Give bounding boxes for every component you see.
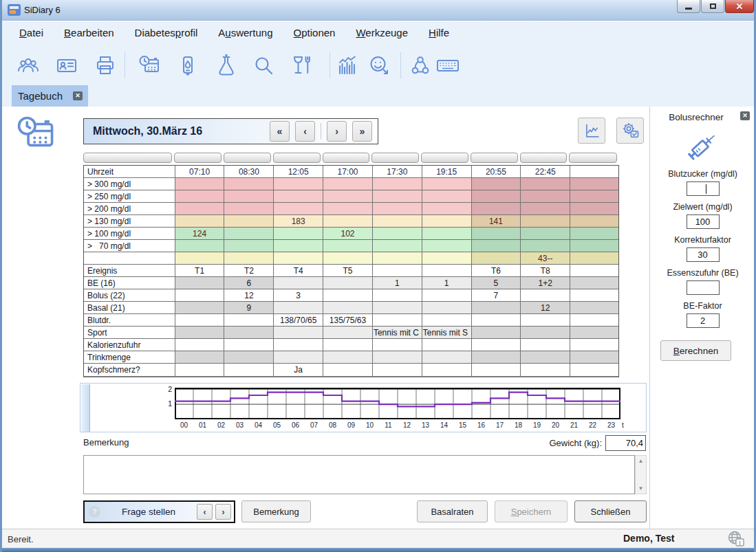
print-icon[interactable] bbox=[94, 54, 116, 76]
cell-70-mg-dl-6[interactable] bbox=[472, 240, 521, 252]
cell-kopfschmerz-6[interactable] bbox=[472, 364, 521, 376]
scroll-up-icon[interactable]: ▲ bbox=[636, 456, 646, 466]
cell-200-mg-dl-7[interactable] bbox=[521, 203, 570, 215]
menu-item-bearbeiten[interactable]: Bearbeiten bbox=[64, 27, 114, 38]
cell-blutdr-3[interactable]: 135/75/63 bbox=[323, 314, 373, 327]
cell-100-mg-dl-2[interactable] bbox=[274, 228, 323, 240]
cell-300-mg-dl-4[interactable] bbox=[373, 178, 422, 190]
cell-130-mg-dl-8[interactable] bbox=[570, 215, 618, 228]
cell-kalorienzufuhr-6[interactable] bbox=[472, 339, 521, 351]
cell-130-mg-dl-2[interactable]: 183 bbox=[274, 215, 323, 228]
cell-blutdr-4[interactable] bbox=[373, 314, 422, 327]
cell-bolus-22-2[interactable]: 3 bbox=[274, 289, 323, 302]
cell-be-16-8[interactable] bbox=[570, 277, 618, 289]
cell-basal-21-8[interactable] bbox=[570, 302, 618, 314]
cell-bolus-22-3[interactable] bbox=[323, 289, 373, 302]
minimize-button[interactable] bbox=[677, 0, 700, 13]
cell-250-mg-dl-1[interactable] bbox=[224, 190, 274, 203]
chart-splitter[interactable] bbox=[81, 384, 90, 432]
bolus-close-icon[interactable]: ✕ bbox=[740, 111, 750, 120]
berechnen-button[interactable]: Berechnen bbox=[660, 340, 731, 361]
cell-130-mg-dl-1[interactable] bbox=[224, 215, 274, 228]
prev-week-button[interactable]: « bbox=[270, 121, 290, 142]
gewicht-input[interactable]: 70,4 bbox=[605, 435, 646, 451]
cell-basal-21-5[interactable] bbox=[422, 302, 472, 314]
cell-300-mg-dl-7[interactable] bbox=[521, 178, 570, 190]
cell-70-mg-dl-1[interactable] bbox=[224, 240, 274, 252]
cell-be-16-3[interactable] bbox=[323, 277, 373, 289]
cell-sport-5[interactable]: Tennis mit S bbox=[422, 327, 472, 339]
cell-trinkmenge-8[interactable] bbox=[570, 351, 618, 364]
cell-250-mg-dl-7[interactable] bbox=[521, 190, 570, 203]
maximize-button[interactable] bbox=[701, 0, 724, 13]
cell-70-mg-dl-5[interactable] bbox=[422, 240, 472, 252]
cell-200-mg-dl-2[interactable] bbox=[274, 203, 323, 215]
cell-70-mg-dl-8[interactable] bbox=[570, 240, 618, 252]
cell-trinkmenge-6[interactable] bbox=[472, 351, 521, 364]
cell-ereignis-8[interactable] bbox=[570, 265, 618, 277]
meter-device-icon[interactable] bbox=[177, 54, 199, 76]
cell-blutdr-6[interactable] bbox=[472, 314, 521, 327]
cell-sport-3[interactable] bbox=[323, 327, 373, 339]
cell-row-2[interactable] bbox=[274, 252, 323, 265]
cell-200-mg-dl-6[interactable] bbox=[472, 203, 521, 215]
cell-250-mg-dl-0[interactable] bbox=[175, 190, 225, 203]
cell-trinkmenge-2[interactable] bbox=[274, 351, 323, 364]
frage-stellen-panel[interactable]: ? Frage stellen ‹ › bbox=[83, 500, 235, 523]
diary-icon[interactable] bbox=[138, 54, 160, 76]
cell-70-mg-dl-7[interactable] bbox=[521, 240, 570, 252]
cell-kopfschmerz-7[interactable] bbox=[521, 364, 570, 376]
tab-tagebuch[interactable]: Tagebuch ✕ bbox=[12, 85, 88, 107]
nutrition-icon[interactable] bbox=[291, 54, 313, 76]
cell-basal-21-7[interactable]: 12 bbox=[521, 302, 570, 314]
cell-basal-21-4[interactable] bbox=[373, 302, 422, 314]
cell-kalorienzufuhr-0[interactable] bbox=[175, 339, 225, 351]
column-header-button[interactable] bbox=[323, 153, 370, 163]
cell-kopfschmerz-1[interactable] bbox=[224, 364, 274, 376]
cell-row-8[interactable] bbox=[570, 252, 618, 265]
cell-bolus-22-4[interactable] bbox=[373, 289, 422, 302]
cell-kopfschmerz-5[interactable] bbox=[422, 364, 472, 376]
cell-300-mg-dl-1[interactable] bbox=[224, 178, 274, 190]
cell-300-mg-dl-6[interactable] bbox=[472, 178, 521, 190]
cell-100-mg-dl-5[interactable] bbox=[422, 228, 472, 240]
cell-kalorienzufuhr-4[interactable] bbox=[373, 339, 422, 351]
cell-130-mg-dl-6[interactable]: 141 bbox=[472, 215, 521, 228]
cell-bolus-22-7[interactable] bbox=[521, 289, 570, 302]
column-header-button[interactable] bbox=[273, 153, 321, 163]
cell-bolus-22-1[interactable]: 12 bbox=[224, 289, 274, 302]
wizard-smiley-icon[interactable] bbox=[368, 54, 390, 76]
cell-be-16-5[interactable]: 1 bbox=[422, 277, 472, 289]
cell-basal-21-2[interactable] bbox=[274, 302, 323, 314]
bemerkung-textarea[interactable] bbox=[83, 455, 635, 494]
cell-blutdr-7[interactable] bbox=[521, 314, 570, 327]
menu-item-auswertung[interactable]: Auswertung bbox=[218, 27, 272, 38]
cell-100-mg-dl-3[interactable]: 102 bbox=[323, 228, 373, 240]
menu-item-werkzeuge[interactable]: Werkzeuge bbox=[356, 27, 408, 38]
cell-be-16-7[interactable]: 1+2 bbox=[521, 277, 570, 289]
cell-be-16-0[interactable] bbox=[175, 277, 225, 289]
frage-next-button[interactable]: › bbox=[215, 504, 231, 520]
share-icon[interactable] bbox=[409, 54, 431, 76]
cell-200-mg-dl-8[interactable] bbox=[570, 203, 618, 215]
cell-100-mg-dl-1[interactable] bbox=[224, 228, 274, 240]
cell-trinkmenge-7[interactable] bbox=[521, 351, 570, 364]
cell-250-mg-dl-2[interactable] bbox=[274, 190, 323, 203]
cell-sport-7[interactable] bbox=[521, 327, 570, 339]
cell-130-mg-dl-3[interactable] bbox=[323, 215, 373, 228]
cell-bolus-22-5[interactable] bbox=[422, 289, 472, 302]
cell-trinkmenge-5[interactable] bbox=[422, 351, 472, 364]
remark-scrollbar[interactable]: ▲ ▼ bbox=[635, 455, 647, 494]
cell-be-16-1[interactable]: 6 bbox=[224, 277, 274, 289]
column-header-button[interactable] bbox=[520, 153, 568, 163]
cell-250-mg-dl-4[interactable] bbox=[373, 190, 422, 203]
cell-bolus-22-6[interactable]: 7 bbox=[472, 289, 521, 302]
close-button[interactable]: ✕ bbox=[725, 0, 754, 13]
cell-70-mg-dl-2[interactable] bbox=[274, 240, 323, 252]
cell-be-16-2[interactable] bbox=[274, 277, 323, 289]
cell-blutdr-8[interactable] bbox=[570, 314, 618, 327]
cell-sport-2[interactable] bbox=[274, 327, 323, 339]
cell-sport-1[interactable] bbox=[224, 327, 274, 339]
cell-200-mg-dl-4[interactable] bbox=[373, 203, 422, 215]
basalraten-button[interactable]: Basalraten bbox=[417, 500, 488, 522]
